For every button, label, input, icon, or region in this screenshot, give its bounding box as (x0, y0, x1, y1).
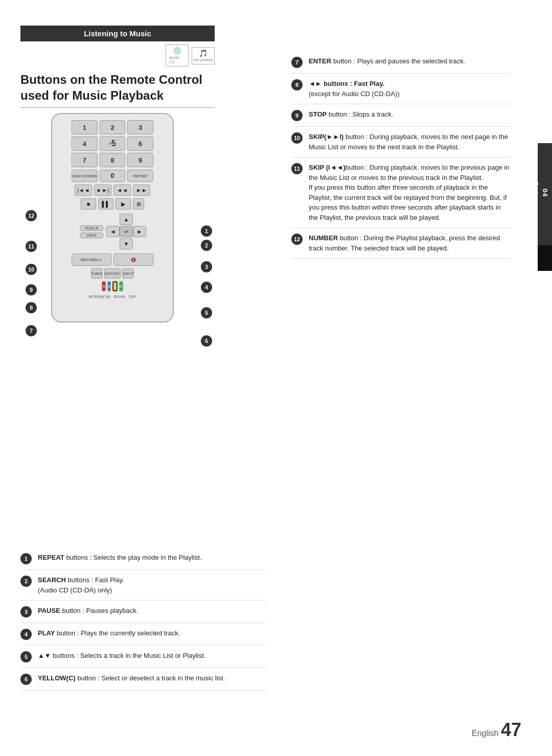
item-num-6: 6 (20, 674, 32, 685)
callout-12: 12 (26, 210, 37, 221)
callout-1: 1 (201, 225, 212, 237)
label-dsp: DSP (129, 295, 136, 299)
btn-input: INPUT (122, 268, 134, 279)
btn-rew: ◄◄ (113, 185, 131, 196)
btn-down: ▼ (120, 238, 133, 249)
footer: English 47 (472, 719, 521, 741)
btn-play: ▶ (116, 198, 131, 210)
remote-special-row: NUM SCREEN 0 REPEAT (72, 170, 153, 182)
callout-10: 10 (26, 264, 37, 275)
btn-green: D (119, 281, 123, 291)
item-num-4: 4 (20, 629, 32, 640)
item-num-2: 2 (20, 576, 32, 587)
btn-6: 6 (127, 136, 153, 151)
left-buttons: TOOLS INFO (80, 225, 103, 238)
right-list-item: 11 SKIP (I◄◄)button : During playback, m… (291, 157, 511, 228)
remote-bottom-labels: INTERNET@ 3D/VIN. DSP (88, 295, 136, 299)
remote-nav-area: TOOLS INFO ▲ ◄ ↵ ► ▼ (80, 214, 145, 249)
right-item-text-7: ENTER button : Plays and pauses the sele… (309, 56, 465, 66)
remote-nav-grid: ▲ ◄ ↵ ► ▼ (106, 214, 145, 249)
callout-9: 9 (26, 284, 37, 295)
mp3-wma-icon-badge: 🎵 MP3/WMA (192, 47, 215, 64)
page-number: 47 (501, 719, 521, 740)
audio-cd-label: Audio CD (169, 55, 185, 64)
btn-repeat: REPEAT (127, 170, 153, 182)
callout-8: 8 (26, 302, 37, 313)
right-list-item: 7 ENTER button : Plays and pauses the se… (291, 51, 511, 74)
right-list-item: 9 STOP button : Stops a track. (291, 104, 511, 127)
item-text-1: REPEAT buttons : Selects the play mode i… (38, 553, 202, 563)
btn-next: ►►| (94, 185, 111, 196)
list-item: 1 REPEAT buttons : Selects the play mode… (20, 547, 266, 570)
remote-color-buttons: T.MER HISTORY INPUT (91, 268, 134, 279)
audio-cd-icon: 💿 (173, 47, 181, 55)
right-item-text-8: ◄► buttons : Fast Play.(except for Audio… (309, 79, 400, 99)
list-item: 3 PAUSE button : Pauses playback. (20, 601, 266, 623)
callout-2: 2 (201, 240, 212, 251)
btn-5: ·5 (100, 136, 126, 151)
chapter-accent-bar (538, 245, 552, 271)
item-text-5: ▲▼ buttons : Selects a track in the Musi… (38, 651, 205, 661)
btn-mute: 🔇 (113, 254, 153, 266)
item-text-6: YELLOW(C) button : Select or deselect a … (38, 673, 225, 683)
btn-stop: ■ (81, 198, 96, 210)
btn-enter: ↵ (120, 226, 133, 237)
btn-2: 2 (100, 120, 126, 134)
btn-3: 3 (127, 120, 153, 134)
right-item-num-8: 8 (291, 79, 303, 90)
footer-text: English (472, 729, 498, 738)
item-text-3: PAUSE button : Pauses playback. (38, 606, 138, 616)
mp3-icon: 🎵 (199, 49, 208, 57)
callout-6: 6 (201, 335, 212, 347)
right-item-text-11: SKIP (I◄◄)button : During playback, move… (309, 163, 511, 222)
btn-timer: T.MER (91, 268, 103, 279)
right-list-item: 10 SKIP(►►I) button : During playback, m… (291, 127, 511, 157)
right-list-item: 8 ◄► buttons : Fast Play.(except for Aud… (291, 74, 511, 104)
btn-return: RETURN ↩ (72, 254, 111, 266)
callout-7: 7 (26, 325, 37, 336)
btn-info: INFO (80, 233, 103, 238)
btn-grid: ⊞ (133, 198, 144, 210)
item-text-2: SEARCH buttons : Fast Play.(Audio CD (CD… (38, 575, 124, 595)
list-item: 2 SEARCH buttons : Fast Play.(Audio CD (… (20, 570, 266, 601)
remote-control-image: 1 2 3 4 ·5 6 7 8 9 NUM SCREEN 0 REPEAT (51, 113, 174, 323)
remote-diagram: 1 2 3 4 ·5 6 7 8 9 NUM SCREEN 0 REPEAT (20, 113, 215, 328)
btn-blue: B (107, 281, 111, 291)
btn-right: ► (133, 226, 146, 237)
left-column: Listening to Music 💿 Audio CD 🎵 MP3/WMA … (20, 26, 276, 691)
btn-numscreen: NUM SCREEN (72, 170, 98, 182)
right-item-num-12: 12 (291, 234, 303, 245)
right-item-num-11: 11 (291, 163, 303, 174)
right-item-text-9: STOP button : Stops a track. (309, 109, 393, 120)
btn-fwd: ►► (133, 185, 150, 196)
btn-history: HISTORY (104, 268, 121, 279)
remote-abcd-buttons: A B C D (102, 281, 123, 291)
right-item-text-10: SKIP(►►I) button : During playback, move… (309, 132, 511, 152)
item-num-5: 5 (20, 651, 32, 662)
callout-4: 4 (201, 282, 212, 293)
label-3dtv: 3D/VIN. (113, 295, 126, 299)
remote-numpad: 1 2 3 4 ·5 6 7 8 9 (72, 120, 153, 167)
page-title: Buttons on the Remote Control used for M… (20, 72, 215, 108)
btn-9: 9 (127, 153, 153, 167)
btn-tools: TOOLS (80, 225, 103, 231)
mp3-label: MP3/WMA (193, 58, 213, 62)
remote-playback: ■ ▌▌ ▶ ⊞ (72, 198, 153, 210)
right-column: 7 ENTER button : Plays and pauses the se… (291, 51, 511, 259)
right-item-text-12: NUMBER button : During the Playlist play… (309, 233, 511, 253)
list-item: 5 ▲▼ buttons : Selects a track in the Mu… (20, 646, 266, 668)
chapter-tab: 04 BasicFunctions (538, 143, 552, 245)
btn-yellow: C (112, 281, 118, 291)
item-num-3: 3 (20, 606, 32, 617)
chapter-label: BasicFunctions (527, 182, 539, 207)
list-item: 6 YELLOW(C) button : Select or deselect … (20, 668, 266, 691)
item-num-1: 1 (20, 553, 32, 564)
btn-8: 8 (100, 153, 126, 167)
btn-prev: |◄◄ (75, 185, 92, 196)
btn-4: 4 (72, 136, 98, 151)
remote-return-row: RETURN ↩ 🔇 (72, 254, 153, 266)
btn-0: 0 (100, 170, 125, 182)
callout-3: 3 (201, 261, 212, 272)
right-item-num-10: 10 (291, 132, 303, 144)
item-text-4: PLAY button : Plays the currently select… (38, 628, 180, 638)
